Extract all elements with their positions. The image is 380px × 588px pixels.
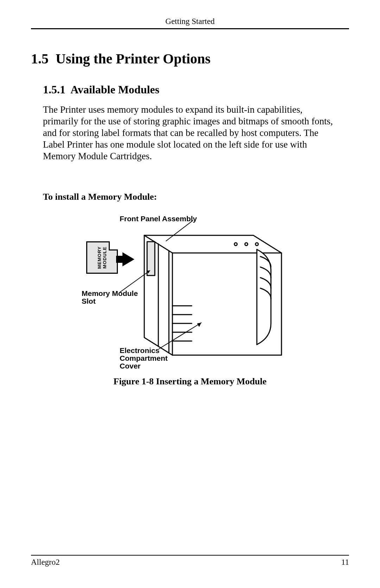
svg-rect-6	[147, 242, 155, 276]
header-rule	[31, 28, 349, 29]
page-footer: Allegro2 11	[31, 555, 349, 567]
figure-caption-prefix: Figure 1-8	[114, 376, 156, 386]
footer-rule	[31, 555, 349, 556]
subsection-number: 1.5.1	[43, 83, 65, 96]
body-paragraph: The Printer uses memory modules to expan…	[43, 104, 338, 162]
footer-page-number: 11	[341, 558, 349, 567]
subsection-title: Available Modules	[70, 83, 159, 96]
section-title: Using the Printer Options	[56, 51, 210, 67]
memory-module-card-notch	[109, 241, 118, 250]
figure-printer-diagram: MEMORYMODULE Front Panel Assembly Memory…	[67, 214, 313, 369]
section-heading: 1.5 Using the Printer Options	[31, 50, 349, 67]
install-heading: To install a Memory Module:	[43, 192, 349, 202]
figure-caption: Figure 1-8 Inserting a Memory Module	[31, 376, 349, 387]
memory-module-card-label: MEMORYMODULE	[97, 246, 107, 269]
callout-electronics-compartment-cover: ElectronicsCompartmentCover	[120, 347, 168, 370]
footer-product-name: Allegro2	[31, 558, 60, 567]
callout-memory-module-slot: Memory ModuleSlot	[82, 290, 138, 305]
memory-module-card: MEMORYMODULE	[86, 241, 118, 274]
section-number: 1.5	[31, 51, 49, 67]
callout-front-panel-assembly: Front Panel Assembly	[120, 215, 197, 223]
subsection-heading: 1.5.1 Available Modules	[43, 83, 349, 96]
figure-caption-title: Inserting a Memory Module	[156, 376, 266, 386]
page-header-title: Getting Started	[31, 17, 349, 26]
insert-arrowhead-icon	[122, 252, 134, 266]
